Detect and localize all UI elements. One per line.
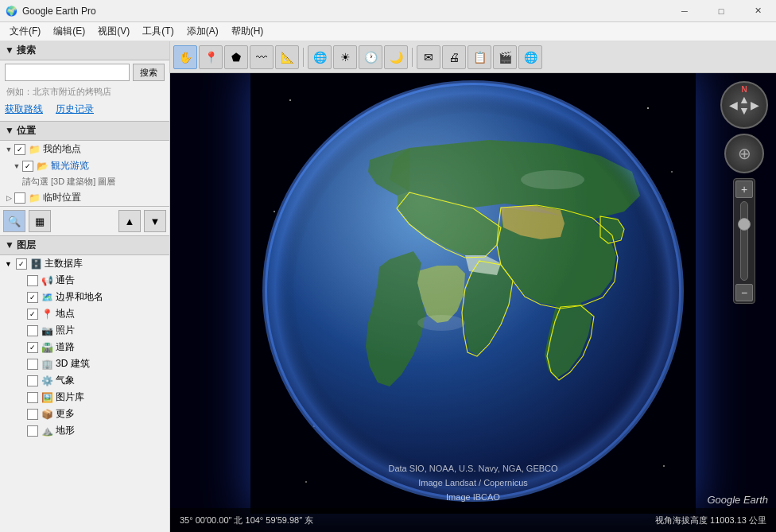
- menu-file[interactable]: 文件(F): [3, 22, 47, 41]
- toolbar-btn-copy[interactable]: 📋: [468, 45, 491, 69]
- layer-checkbox-notifications[interactable]: [27, 275, 38, 286]
- close-button[interactable]: ✕: [739, 0, 776, 22]
- sidebar: ▼ 搜索 搜索 例如：北京市附近的烤鸭店 获取路线 历史记录 ▼ 位置 ▼ ✓ …: [0, 41, 170, 532]
- layer-item-primary-db[interactable]: ▼✓🗄️主数据库: [0, 255, 169, 272]
- layer-item-3d-buildings[interactable]: 🏢3D 建筑: [0, 355, 169, 372]
- app-icon: 🌍: [3, 3, 19, 19]
- layer-checkbox-terrain[interactable]: [27, 425, 38, 437]
- layer-item-notifications[interactable]: 📢通告: [0, 272, 169, 289]
- layer-item-borders[interactable]: ✓🗺️边界和地名: [0, 289, 169, 305]
- toolbar-btn-print[interactable]: 🖨: [442, 45, 466, 69]
- layer-checkbox-weather[interactable]: [27, 375, 38, 386]
- layer-label-photos: 照片: [56, 324, 75, 337]
- layer-label-gallery: 图片库: [56, 390, 84, 404]
- google-earth-logo: Google Earth: [707, 494, 768, 506]
- menu-edit[interactable]: 编辑(E): [47, 22, 91, 41]
- toolbar-btn-history[interactable]: 🕐: [359, 45, 382, 69]
- layer-checkbox-borders[interactable]: ✓: [27, 292, 38, 303]
- layers-section-header[interactable]: ▼ 图层: [0, 236, 169, 255]
- search-section-header[interactable]: ▼ 搜索: [0, 41, 169, 60]
- layer-item-terrain[interactable]: ⛰️地形: [0, 422, 169, 439]
- temp-places-expander: ▷: [3, 194, 14, 202]
- history-link[interactable]: 历史记录: [56, 103, 94, 116]
- toolbar-btn-email[interactable]: ✉: [417, 45, 440, 69]
- layer-item-photos[interactable]: 📷照片: [0, 322, 169, 339]
- search-hint: 例如：北京市附近的烤鸭店: [0, 84, 169, 101]
- layer-item-gallery[interactable]: 🖼️图片库: [0, 389, 169, 406]
- sightseeing-label: 観光游览: [51, 159, 89, 173]
- layer-expander-primary-db: ▼: [5, 260, 14, 268]
- layers-section: ▼ 图层 ▼✓🗄️主数据库📢通告✓🗺️边界和地名✓📍地点📷照片✓🛣️道路🏢3D …: [0, 236, 169, 532]
- layer-label-roads: 道路: [56, 340, 75, 354]
- places-section-header[interactable]: ▼ 位置: [0, 122, 169, 141]
- my-places-item[interactable]: ▼ ✓ 📁 我的地点: [0, 141, 169, 157]
- zoom-slider-track: [740, 201, 748, 281]
- search-input[interactable]: [5, 64, 130, 81]
- toolbar-btn-hand[interactable]: ✋: [173, 45, 197, 69]
- toolbar-btn-tour[interactable]: 🌐: [518, 45, 542, 69]
- sightseeing-item[interactable]: ▼ ✓ 📂 観光游览: [0, 157, 169, 174]
- search-button[interactable]: 搜索: [133, 64, 165, 81]
- svg-point-6: [671, 171, 673, 173]
- sightseeing-checkbox[interactable]: ✓: [22, 161, 33, 172]
- toolbar-separator: [303, 48, 304, 67]
- menu-help[interactable]: 帮助(H): [225, 22, 270, 41]
- elevation-display: 视角海拔高度 11003.13 公里: [655, 515, 766, 526]
- sub-hint-label: 請勾選 [3D 建築物] 圖層: [22, 176, 115, 188]
- layer-item-more[interactable]: 📦更多: [0, 406, 169, 422]
- temp-places-checkbox[interactable]: [14, 192, 25, 204]
- main-layout: ▼ 搜索 搜索 例如：北京市附近的烤鸭店 获取路线 历史记录 ▼ 位置 ▼ ✓ …: [0, 41, 776, 532]
- get-directions-link[interactable]: 获取路线: [5, 103, 43, 116]
- toolbar-btn-measure[interactable]: 📐: [275, 45, 299, 69]
- menu-view[interactable]: 视图(V): [91, 22, 136, 41]
- pan-down-button[interactable]: ▼: [739, 104, 750, 117]
- search-section: ▼ 搜索 搜索 例如：北京市附近的烤鸭店 获取路线 历史记录: [0, 41, 169, 122]
- layer-item-places[interactable]: ✓📍地点: [0, 305, 169, 322]
- zoom-out-button[interactable]: −: [735, 284, 753, 301]
- menu-tools[interactable]: 工具(T): [136, 22, 180, 41]
- zoom-slider-thumb[interactable]: [738, 218, 751, 231]
- compass-control[interactable]: N ▲ ▼ ◀ ▶: [720, 81, 768, 129]
- layer-checkbox-3d-buildings[interactable]: [27, 359, 38, 370]
- tilt-control[interactable]: ⊕: [724, 134, 764, 173]
- layer-icon-roads: 🛣️: [41, 341, 53, 354]
- layer-icon-borders: 🗺️: [41, 291, 53, 304]
- layer-checkbox-gallery[interactable]: [27, 392, 38, 403]
- menu-add[interactable]: 添加(A): [180, 22, 225, 41]
- toolbar-buttons: ✋📍⬟〰📐🌐☀🕐🌙✉🖨📋🎬🌐: [173, 45, 542, 69]
- toolbar-btn-polygon[interactable]: ⬟: [224, 45, 248, 69]
- globe-area[interactable]: N ▲ ▼ ◀ ▶ ⊕ + −: [170, 73, 776, 532]
- maximize-button[interactable]: □: [703, 0, 739, 22]
- layer-checkbox-roads[interactable]: ✓: [27, 342, 38, 353]
- move-down-button[interactable]: ▼: [144, 210, 166, 232]
- layer-label-weather: 气象: [56, 374, 75, 387]
- layer-item-roads[interactable]: ✓🛣️道路: [0, 339, 169, 355]
- zoom-in-button[interactable]: +: [735, 181, 753, 198]
- toolbar-btn-layer[interactable]: 🌐: [308, 45, 332, 69]
- sightseeing-expander: ▼: [11, 162, 22, 170]
- move-up-button[interactable]: ▲: [118, 210, 141, 232]
- my-places-checkbox[interactable]: ✓: [14, 144, 25, 155]
- layer-checkbox-more[interactable]: [27, 409, 38, 420]
- toolbar-btn-movie[interactable]: 🎬: [493, 45, 517, 69]
- search-links: 获取路线 历史记录: [0, 101, 169, 121]
- pan-left-button[interactable]: ◀: [729, 99, 738, 111]
- layer-label-primary-db: 主数据库: [45, 257, 83, 270]
- temp-places-item[interactable]: ▷ 📁 临时位置: [0, 189, 169, 206]
- toolbar-btn-placemark[interactable]: 📍: [199, 45, 223, 69]
- layer-checkbox-primary-db[interactable]: ✓: [16, 258, 27, 270]
- temp-places-label: 临时位置: [43, 191, 81, 204]
- svg-point-5: [647, 107, 649, 109]
- app-title: Google Earth Pro: [22, 6, 666, 17]
- layer-checkbox-places[interactable]: ✓: [27, 309, 38, 320]
- toolbar-btn-sky[interactable]: 🌙: [384, 45, 408, 69]
- layer-checkbox-photos[interactable]: [27, 325, 38, 336]
- places-tool-button[interactable]: ▦: [29, 210, 51, 232]
- toolbar-btn-path[interactable]: 〰: [250, 45, 274, 69]
- places-section: ▼ 位置 ▼ ✓ 📁 我的地点 ▼ ✓ 📂 観光游览 請勾選 [3D 建築物] …: [0, 122, 169, 207]
- toolbar-btn-sun[interactable]: ☀: [333, 45, 357, 69]
- search-tool-button[interactable]: 🔍: [3, 210, 25, 232]
- layer-item-weather[interactable]: ⚙️气象: [0, 372, 169, 389]
- minimize-button[interactable]: ─: [666, 0, 703, 22]
- pan-right-button[interactable]: ▶: [751, 99, 759, 111]
